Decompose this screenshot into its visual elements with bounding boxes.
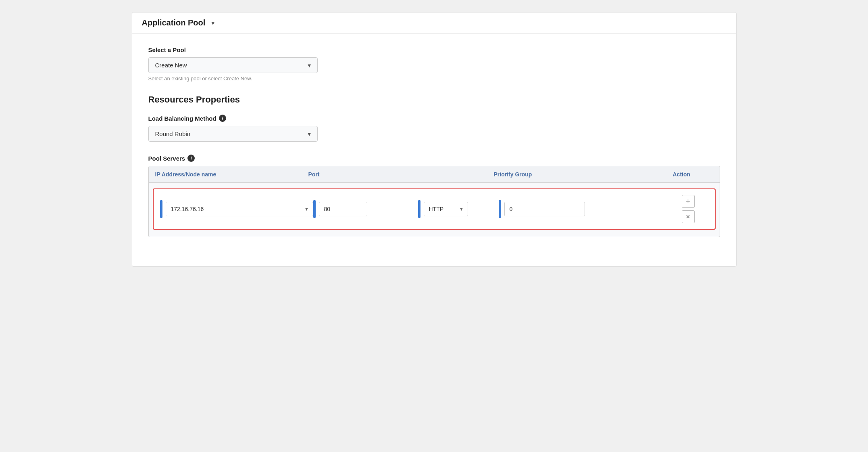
blue-bar-port xyxy=(313,200,316,218)
card-body: Select a Pool Create New Pool 1 Pool 2 ▼… xyxy=(132,33,736,266)
ip-cell: 172.16.76.16 192.168.1.1 10.0.0.1 ▼ xyxy=(160,200,313,218)
protocol-select-wrapper: HTTP HTTPS TCP ▼ xyxy=(424,202,468,216)
load-balancing-label: Load Balancing Method i xyxy=(148,115,720,122)
ip-address-dropdown[interactable]: 172.16.76.16 192.168.1.1 10.0.0.1 xyxy=(166,202,313,216)
select-pool-label: Select a Pool xyxy=(148,46,720,53)
priority-input[interactable] xyxy=(504,202,585,216)
action-cell: + × xyxy=(668,195,708,223)
select-pool-wrapper: Create New Pool 1 Pool 2 ▼ xyxy=(148,57,318,73)
info-icon[interactable]: i xyxy=(219,115,226,122)
ip-select-wrapper: 172.16.76.16 192.168.1.1 10.0.0.1 ▼ xyxy=(166,202,313,216)
protocol-cell: HTTP HTTPS TCP ▼ xyxy=(418,200,499,218)
info-icon[interactable]: i xyxy=(187,155,195,162)
port-cell xyxy=(313,200,418,218)
pool-servers-label: Pool Servers i xyxy=(148,155,720,162)
select-pool-helper: Select an existing pool or select Create… xyxy=(148,75,720,82)
resources-section: Resources Properties Load Balancing Meth… xyxy=(148,94,720,237)
blue-bar-protocol xyxy=(418,200,420,218)
priority-cell xyxy=(499,200,668,218)
select-pool-section: Select a Pool Create New Pool 1 Pool 2 ▼… xyxy=(148,46,720,82)
resources-title: Resources Properties xyxy=(148,94,720,105)
column-ip: IP Address/Node name xyxy=(155,171,308,178)
load-balancing-dropdown[interactable]: Round Robin Least Connections IP Hash xyxy=(148,126,318,142)
add-row-button[interactable]: + xyxy=(682,195,695,208)
protocol-dropdown[interactable]: HTTP HTTPS TCP xyxy=(424,202,468,216)
select-pool-dropdown[interactable]: Create New Pool 1 Pool 2 xyxy=(148,57,318,73)
column-protocol xyxy=(413,171,494,178)
column-priority: Priority Group xyxy=(494,171,673,178)
table-body: 172.16.76.16 192.168.1.1 10.0.0.1 ▼ xyxy=(149,183,720,237)
load-balancing-wrapper: Round Robin Least Connections IP Hash ▼ xyxy=(148,126,318,142)
chevron-down-icon[interactable]: ▼ xyxy=(210,20,216,26)
column-action: Action xyxy=(673,171,713,178)
pool-servers-table: IP Address/Node name Port Priority Group… xyxy=(148,166,720,237)
card-header: Application Pool ▼ xyxy=(132,13,736,33)
column-port: Port xyxy=(308,171,413,178)
blue-bar-priority xyxy=(499,200,501,218)
remove-row-button[interactable]: × xyxy=(682,210,695,223)
pool-servers-section: Pool Servers i IP Address/Node name Port… xyxy=(148,155,720,237)
load-balancing-section: Load Balancing Method i Round Robin Leas… xyxy=(148,115,720,142)
page-title: Application Pool xyxy=(142,18,206,27)
port-input[interactable] xyxy=(319,202,367,216)
table-row: 172.16.76.16 192.168.1.1 10.0.0.1 ▼ xyxy=(153,188,716,230)
blue-bar-ip xyxy=(160,200,162,218)
table-header: IP Address/Node name Port Priority Group… xyxy=(149,166,720,183)
